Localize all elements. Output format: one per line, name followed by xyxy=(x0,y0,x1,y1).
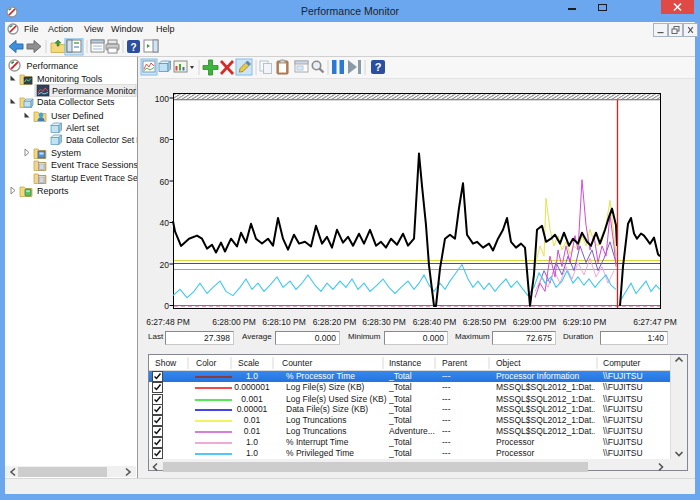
svg-text:Data Collector Sets: Data Collector Sets xyxy=(37,97,115,107)
svg-text:6:27:48 PM: 6:27:48 PM xyxy=(146,317,189,327)
svg-text:?: ? xyxy=(130,42,136,53)
svg-text:Event Trace Sessions: Event Trace Sessions xyxy=(51,160,137,170)
svg-text:6:28:20 PM: 6:28:20 PM xyxy=(313,317,356,327)
svg-text:6:27:47 PM: 6:27:47 PM xyxy=(633,317,676,327)
svg-text:Data Collector Set P: Data Collector Set P xyxy=(66,135,137,145)
svg-text:Alert set: Alert set xyxy=(66,123,100,133)
svg-text:Performance Monitor: Performance Monitor xyxy=(52,86,136,96)
svg-text:40: 40 xyxy=(160,218,170,228)
svg-text:80: 80 xyxy=(160,135,170,145)
svg-text:0: 0 xyxy=(164,301,169,311)
svg-text:60: 60 xyxy=(160,177,170,187)
svg-text:6:28:10 PM: 6:28:10 PM xyxy=(262,317,305,327)
svg-text:System: System xyxy=(51,148,81,158)
svg-text:6:28:30 PM: 6:28:30 PM xyxy=(362,317,405,327)
svg-text:Startup Event Trace Ses: Startup Event Trace Ses xyxy=(51,173,137,183)
svg-text:6:29:00 PM: 6:29:00 PM xyxy=(513,317,556,327)
svg-text:Reports: Reports xyxy=(37,186,69,196)
svg-text:User Defined: User Defined xyxy=(51,111,104,121)
svg-text:6:28:50 PM: 6:28:50 PM xyxy=(463,317,506,327)
svg-text:Monitoring Tools: Monitoring Tools xyxy=(37,74,103,84)
svg-text:20: 20 xyxy=(160,260,170,270)
svg-text:6:28:40 PM: 6:28:40 PM xyxy=(413,317,456,327)
svg-text:6:29:10 PM: 6:29:10 PM xyxy=(563,317,606,327)
svg-text:?: ? xyxy=(375,61,382,73)
svg-text:6:28:00 PM: 6:28:00 PM xyxy=(212,317,255,327)
svg-text:100: 100 xyxy=(155,94,169,104)
